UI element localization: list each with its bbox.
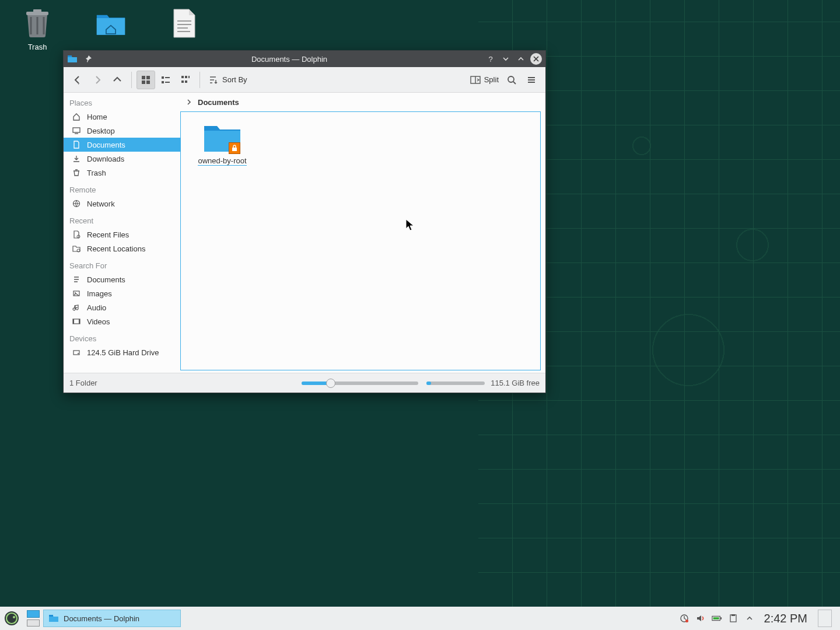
statusbar: 1 Folder 115.1 GiB free — [64, 373, 545, 393]
task-dolphin[interactable]: Documents — Dolphin — [43, 610, 181, 627]
svg-rect-7 — [68, 55, 72, 57]
desktop-icon-trash[interactable]: Trash — [14, 8, 61, 52]
sidebar-item-label: 124.5 GiB Hard Drive — [87, 348, 159, 357]
view-details-button[interactable] — [176, 71, 195, 89]
sidebar-item-label: Recent Locations — [87, 244, 145, 253]
svg-rect-14 — [162, 81, 164, 83]
svg-rect-9 — [146, 76, 150, 79]
sidebar-item-label: Videos — [87, 317, 110, 326]
sidebar-item-label: Home — [87, 113, 107, 121]
svg-rect-42 — [49, 615, 53, 617]
folder-locked-icon — [203, 121, 242, 153]
sidebar-item-documents[interactable]: Documents — [64, 138, 180, 152]
desktop-icon-home[interactable] — [88, 8, 134, 42]
svg-rect-33 — [73, 319, 74, 324]
text-file-icon — [169, 8, 200, 38]
documents-search-icon — [72, 275, 81, 284]
hard-drive-icon — [72, 348, 81, 357]
svg-point-36 — [78, 353, 79, 354]
svg-rect-8 — [142, 76, 145, 79]
home-icon — [72, 112, 81, 121]
pager-desktop-1[interactable] — [27, 610, 40, 618]
file-item-owned-by-root[interactable]: owned-by-root — [190, 121, 254, 166]
trash-icon — [22, 8, 52, 38]
sidebar-item-recent-locations[interactable]: Recent Locations — [64, 242, 180, 256]
chevron-right-icon — [186, 99, 192, 105]
pin-icon[interactable] — [82, 53, 94, 65]
view-compact-button[interactable] — [156, 71, 175, 89]
hamburger-menu-button[interactable] — [522, 71, 541, 89]
sidebar-item-recent-files[interactable]: Recent Files — [64, 228, 180, 242]
minimize-button[interactable] — [500, 53, 512, 65]
system-tray: 2:42 PM — [679, 610, 840, 627]
window-app-icon — [67, 55, 78, 63]
tray-expand-icon[interactable] — [744, 613, 755, 624]
sort-by-button[interactable]: Sort By — [205, 75, 251, 85]
home-folder-icon — [96, 8, 126, 38]
split-view-button[interactable]: Split — [468, 75, 501, 85]
desktop-icon-label: Trash — [26, 42, 50, 52]
sidebar-item-desktop[interactable]: Desktop — [64, 124, 180, 138]
split-icon — [470, 75, 481, 85]
nav-back-button[interactable] — [68, 71, 87, 89]
sidebar-item-hard-drive[interactable]: 124.5 GiB Hard Drive — [64, 345, 180, 359]
breadcrumb[interactable]: Documents — [180, 93, 545, 111]
close-button[interactable] — [530, 53, 542, 65]
side-section-searchfor: Search For — [64, 256, 180, 272]
toolbar: Sort By Split — [64, 67, 545, 93]
battery-icon[interactable] — [712, 613, 722, 624]
svg-point-41 — [13, 616, 15, 618]
main-view: Documents owned-by-root — [180, 93, 545, 373]
recent-files-icon — [72, 230, 81, 239]
sidebar-item-network[interactable]: Network — [64, 197, 180, 211]
videos-icon — [72, 317, 81, 326]
svg-rect-46 — [720, 617, 722, 620]
disk-free-label: 115.1 GiB free — [491, 379, 540, 387]
desktop-icon-textfile[interactable] — [161, 8, 208, 42]
documents-icon — [72, 140, 81, 149]
svg-rect-17 — [185, 76, 187, 78]
application-launcher[interactable] — [0, 607, 23, 630]
side-section-recent: Recent — [64, 211, 180, 228]
volume-icon[interactable] — [695, 613, 706, 624]
sidebar-item-trash[interactable]: Trash — [64, 166, 180, 180]
titlebar[interactable]: Documents — Dolphin ? — [64, 51, 545, 67]
svg-rect-13 — [165, 77, 170, 78]
clipboard-icon[interactable] — [728, 613, 738, 624]
trash-icon — [72, 168, 81, 177]
clock[interactable]: 2:42 PM — [764, 612, 807, 625]
search-icon — [506, 75, 517, 85]
sidebar-item-search-images[interactable]: Images — [64, 286, 180, 300]
file-label: owned-by-root — [198, 156, 246, 166]
breadcrumb-current: Documents — [198, 98, 239, 107]
disk-usage-bar — [426, 382, 485, 385]
svg-rect-20 — [185, 80, 187, 83]
toolbar-separator — [200, 72, 200, 88]
sidebar-item-search-audio[interactable]: Audio — [64, 300, 180, 314]
search-button[interactable] — [502, 71, 521, 89]
sidebar-item-search-videos[interactable]: Videos — [64, 314, 180, 328]
nav-forward-button[interactable] — [88, 71, 107, 89]
svg-rect-16 — [181, 76, 184, 78]
sidebar-item-search-documents[interactable]: Documents — [64, 272, 180, 286]
status-summary: 1 Folder — [69, 379, 97, 387]
show-desktop-button[interactable] — [818, 610, 832, 627]
pager-desktop-2[interactable] — [27, 620, 40, 627]
pager[interactable] — [27, 610, 40, 626]
sidebar-item-label: Recent Files — [87, 230, 129, 239]
svg-rect-47 — [713, 617, 719, 620]
svg-rect-15 — [165, 82, 170, 83]
lock-icon — [229, 142, 240, 154]
sidebar-item-label: Images — [87, 289, 112, 298]
network-icon — [72, 199, 81, 208]
zoom-slider[interactable] — [302, 382, 418, 385]
help-button[interactable]: ? — [485, 53, 496, 65]
svg-rect-49 — [732, 614, 735, 616]
updates-icon[interactable] — [679, 613, 690, 624]
file-view[interactable]: owned-by-root — [180, 111, 541, 370]
nav-up-button[interactable] — [108, 71, 127, 89]
maximize-button[interactable] — [515, 53, 527, 65]
view-icons-button[interactable] — [136, 71, 155, 89]
sidebar-item-home[interactable]: Home — [64, 110, 180, 124]
sidebar-item-downloads[interactable]: Downloads — [64, 152, 180, 166]
